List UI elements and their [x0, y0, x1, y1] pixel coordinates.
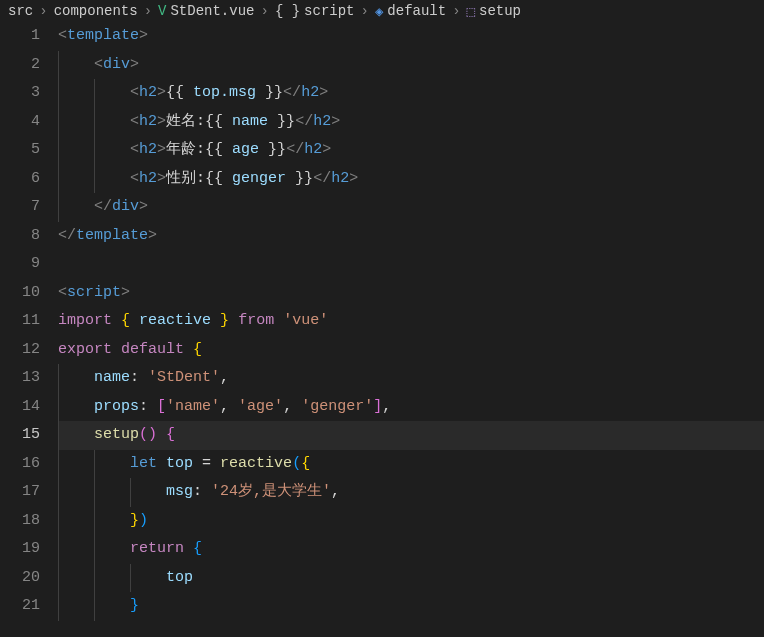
code-line[interactable]: msg: '24岁,是大学生', — [58, 478, 764, 507]
code-line[interactable]: } — [58, 592, 764, 621]
symbol-icon: ◈ — [375, 3, 383, 20]
code-line[interactable]: top — [58, 564, 764, 593]
line-number[interactable]: 19 — [0, 535, 40, 564]
code-line[interactable]: </div> — [58, 193, 764, 222]
line-number[interactable]: 5 — [0, 136, 40, 165]
line-number[interactable]: 3 — [0, 79, 40, 108]
code-line[interactable]: import { reactive } from 'vue' — [58, 307, 764, 336]
code-line[interactable] — [58, 250, 764, 279]
code-line[interactable]: }) — [58, 507, 764, 536]
breadcrumb-components[interactable]: components — [54, 3, 138, 19]
line-number[interactable]: 18 — [0, 507, 40, 536]
line-number[interactable]: 7 — [0, 193, 40, 222]
line-number[interactable]: 14 — [0, 393, 40, 422]
code-line[interactable]: <div> — [58, 51, 764, 80]
code-line[interactable]: <h2>性别:{{ genger }}</h2> — [58, 165, 764, 194]
code-line[interactable]: <h2>姓名:{{ name }}</h2> — [58, 108, 764, 137]
chevron-right-icon: › — [361, 3, 369, 19]
code-line[interactable]: return { — [58, 535, 764, 564]
line-number[interactable]: 8 — [0, 222, 40, 251]
code-line[interactable]: <h2>年龄:{{ age }}</h2> — [58, 136, 764, 165]
vue-icon: V — [158, 3, 166, 19]
chevron-right-icon: › — [39, 3, 47, 19]
cube-icon: ⬚ — [467, 3, 475, 20]
breadcrumb-setup[interactable]: setup — [479, 3, 521, 19]
code-line[interactable]: let top = reactive({ — [58, 450, 764, 479]
code-line[interactable]: export default { — [58, 336, 764, 365]
code-line[interactable]: props: ['name', 'age', 'genger'], — [58, 393, 764, 422]
code-line[interactable]: <h2>{{ top.msg }}</h2> — [58, 79, 764, 108]
breadcrumb-script[interactable]: script — [304, 3, 354, 19]
breadcrumb-src[interactable]: src — [8, 3, 33, 19]
line-number[interactable]: 16 — [0, 450, 40, 479]
chevron-right-icon: › — [260, 3, 268, 19]
line-gutter: 1 2 3 4 5 6 7 8 9 10 11 12 13 14 15 16 1… — [0, 22, 58, 637]
code-line[interactable]: setup() { — [58, 421, 764, 450]
code-line[interactable]: <script> — [58, 279, 764, 308]
line-number[interactable]: 10 — [0, 279, 40, 308]
code-line[interactable]: name: 'StDent', — [58, 364, 764, 393]
chevron-right-icon: › — [144, 3, 152, 19]
line-number[interactable]: 2 — [0, 51, 40, 80]
breadcrumb-default[interactable]: default — [387, 3, 446, 19]
line-number[interactable]: 9 — [0, 250, 40, 279]
line-number[interactable]: 6 — [0, 165, 40, 194]
breadcrumb-file[interactable]: StDent.vue — [170, 3, 254, 19]
line-number[interactable]: 13 — [0, 364, 40, 393]
line-number[interactable]: 20 — [0, 564, 40, 593]
line-number[interactable]: 1 — [0, 22, 40, 51]
line-number[interactable]: 4 — [0, 108, 40, 137]
code-line[interactable]: </template> — [58, 222, 764, 251]
braces-icon: { } — [275, 3, 300, 19]
editor: 1 2 3 4 5 6 7 8 9 10 11 12 13 14 15 16 1… — [0, 22, 764, 637]
line-number[interactable]: 11 — [0, 307, 40, 336]
line-number[interactable]: 21 — [0, 592, 40, 621]
line-number[interactable]: 17 — [0, 478, 40, 507]
line-number[interactable]: 12 — [0, 336, 40, 365]
code-area[interactable]: <template> <div> <h2>{{ top.msg }}</h2> … — [58, 22, 764, 637]
breadcrumb[interactable]: src › components › V StDent.vue › { } sc… — [0, 0, 764, 22]
code-line[interactable]: <template> — [58, 22, 764, 51]
line-number[interactable]: 15 — [0, 421, 40, 450]
chevron-right-icon: › — [452, 3, 460, 19]
